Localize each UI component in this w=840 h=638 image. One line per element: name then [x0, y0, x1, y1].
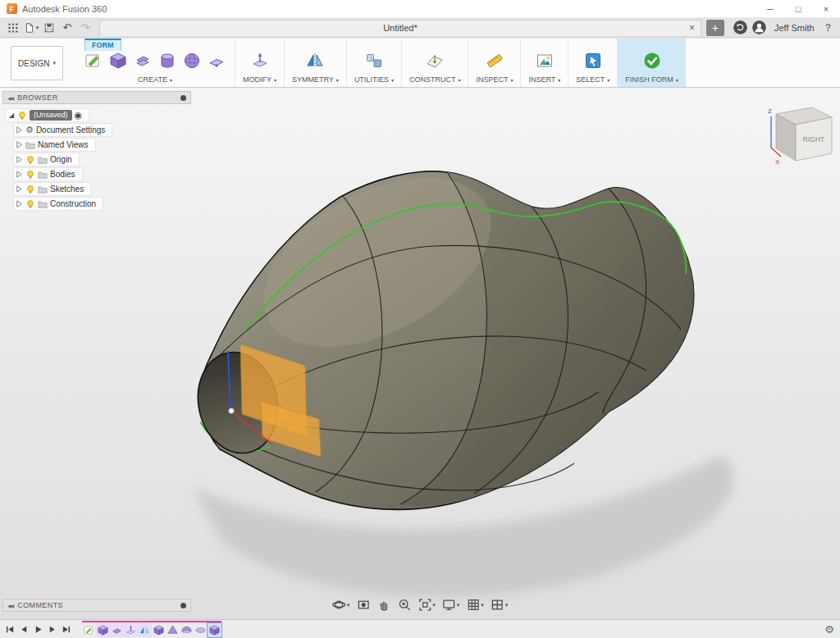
panel-handle-icon[interactable]	[180, 95, 186, 101]
finish-form-check-icon[interactable]	[641, 50, 663, 71]
expand-closed-icon[interactable]	[16, 156, 23, 163]
finish-form-dropdown[interactable]: FINISH FORM▾	[625, 75, 678, 84]
modify-label: MODIFY	[243, 75, 272, 84]
form-plane-feature-icon[interactable]	[110, 623, 124, 637]
cylinder-icon[interactable]	[157, 50, 178, 71]
browser-root-row[interactable]: (Unsaved) ◉	[5, 108, 89, 122]
capture-position-icon[interactable]: ◉	[75, 111, 83, 120]
bulb-icon[interactable]	[25, 155, 35, 165]
view-cube-face-label[interactable]: RIGHT	[803, 135, 824, 144]
go-to-end-icon[interactable]	[62, 625, 71, 634]
pan-icon[interactable]	[377, 598, 390, 612]
item-label: Construction	[50, 199, 96, 208]
sphere-icon[interactable]	[181, 50, 203, 71]
edit-form-icon[interactable]	[249, 50, 271, 71]
item-label: Named Views	[38, 140, 89, 149]
construct-plane-icon[interactable]	[424, 50, 445, 71]
display-settings-icon[interactable]: ▾	[442, 598, 460, 612]
zoom-icon[interactable]	[397, 598, 411, 612]
plane-icon[interactable]	[132, 50, 153, 71]
job-status-icon[interactable]	[733, 21, 747, 34]
face-icon[interactable]	[206, 50, 227, 71]
app-title: Autodesk Fusion 360	[22, 4, 107, 14]
browser-item-bodies[interactable]: Bodies	[13, 167, 83, 181]
minimize-button[interactable]: ─	[756, 0, 784, 17]
caret-down-icon: ▾	[347, 602, 350, 608]
step-back-icon[interactable]	[20, 625, 29, 634]
caret-down-icon: ▾	[607, 77, 609, 83]
form-box-feature-icon[interactable]	[96, 623, 110, 637]
grid-snap-icon[interactable]: ▾	[466, 598, 484, 612]
symmetry-dropdown[interactable]: SYMMETRY▾	[292, 75, 339, 84]
document-tab[interactable]: Untitled* ×	[99, 20, 701, 36]
create-sketch-icon[interactable]	[83, 50, 104, 71]
bulb-icon[interactable]	[17, 111, 27, 121]
browser-item-sketches[interactable]: Sketches	[13, 182, 91, 196]
fit-icon[interactable]: ▾	[418, 598, 436, 612]
browser-header[interactable]: ◀◀ BROWSER	[2, 91, 191, 104]
utilities-dropdown[interactable]: UTILITIES▾	[354, 75, 394, 84]
form-symmetry-feature-icon[interactable]	[138, 623, 152, 637]
close-tab-icon[interactable]: ×	[689, 22, 695, 34]
form-box-2-feature-icon[interactable]	[152, 623, 166, 637]
utilities-icon[interactable]	[363, 50, 385, 71]
expand-closed-icon[interactable]	[16, 141, 23, 148]
expand-closed-icon[interactable]	[16, 171, 23, 178]
box-icon[interactable]	[107, 50, 129, 71]
form-pyramid-feature-icon[interactable]	[166, 623, 180, 637]
form-sphere-feature-icon[interactable]	[180, 623, 194, 637]
folder-icon	[38, 199, 48, 209]
form-disc-feature-icon[interactable]	[194, 623, 208, 637]
bulb-icon[interactable]	[25, 170, 35, 180]
new-tab-button[interactable]: +	[706, 20, 724, 36]
timeline-settings-gear-icon[interactable]: ⚙	[824, 623, 834, 636]
look-at-icon[interactable]	[356, 598, 370, 612]
construct-dropdown[interactable]: CONSTRUCT▾	[409, 75, 461, 84]
mirror-symmetry-icon[interactable]	[304, 50, 326, 71]
orbit-icon[interactable]: ▾	[332, 598, 350, 612]
app-grid-icon[interactable]	[5, 20, 21, 36]
select-dropdown[interactable]: SELECT▾	[576, 75, 609, 84]
caret-down-icon: ▾	[52, 60, 56, 66]
help-button[interactable]: ?	[825, 22, 831, 34]
bulb-icon[interactable]	[25, 185, 35, 194]
collapse-panel-icon[interactable]: ◀◀	[7, 603, 13, 608]
file-menu-button[interactable]: ▾	[23, 20, 39, 36]
form-edit-feature-icon[interactable]	[124, 623, 138, 637]
browser-item-named-views[interactable]: Named Views	[13, 138, 96, 152]
viewports-icon[interactable]: ▾	[491, 598, 509, 612]
inspect-dropdown[interactable]: INSPECT▾	[476, 75, 513, 84]
browser-item-document-settings[interactable]: ⚙ Document Settings	[13, 123, 112, 137]
browser-item-construction[interactable]: Construction	[13, 197, 103, 211]
select-icon[interactable]	[582, 50, 604, 71]
create-dropdown[interactable]: CREATE▾	[138, 75, 172, 84]
panel-handle-icon[interactable]	[180, 603, 186, 608]
form-current-feature-icon[interactable]	[208, 623, 221, 637]
bulb-icon[interactable]	[25, 199, 35, 209]
undo-button[interactable]: ↶	[59, 20, 75, 36]
step-forward-icon[interactable]	[48, 625, 57, 634]
go-to-start-icon[interactable]	[6, 625, 15, 634]
collapse-panel-icon[interactable]: ◀◀	[7, 95, 13, 101]
inspect-group: INSPECT▾	[468, 39, 521, 87]
expand-open-icon[interactable]	[7, 112, 15, 119]
user-avatar-icon[interactable]	[752, 21, 766, 34]
origin-point-handle[interactable]	[229, 408, 235, 414]
form-sketch-feature-icon[interactable]	[82, 623, 96, 637]
play-icon[interactable]	[34, 625, 43, 634]
maximize-button[interactable]: □	[784, 0, 812, 17]
insert-dropdown[interactable]: INSERT▾	[528, 75, 560, 84]
modify-dropdown[interactable]: MODIFY▾	[243, 75, 276, 84]
user-name[interactable]: Jeff Smith	[774, 23, 815, 33]
browser-item-origin[interactable]: Origin	[13, 153, 80, 166]
expand-closed-icon[interactable]	[16, 185, 23, 193]
insert-image-icon[interactable]	[534, 50, 555, 71]
expand-closed-icon[interactable]	[16, 126, 23, 134]
save-button[interactable]	[41, 20, 57, 36]
workspace-selector[interactable]: DESIGN ▾	[11, 46, 63, 80]
redo-button[interactable]: ↷	[77, 20, 94, 36]
expand-closed-icon[interactable]	[16, 200, 23, 207]
close-window-button[interactable]: ×	[812, 0, 840, 17]
comments-header[interactable]: ◀◀ COMMENTS	[2, 599, 191, 612]
measure-icon[interactable]	[484, 50, 505, 71]
